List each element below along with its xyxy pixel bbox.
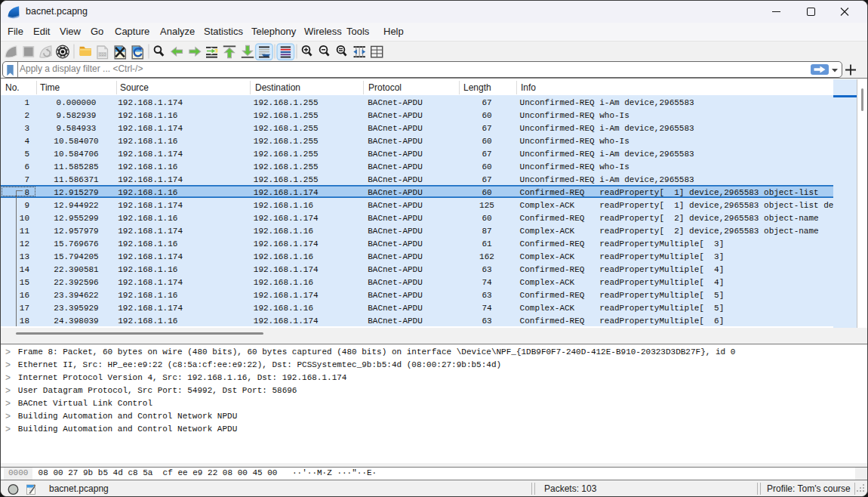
svg-text:010: 010 bbox=[99, 52, 106, 57]
